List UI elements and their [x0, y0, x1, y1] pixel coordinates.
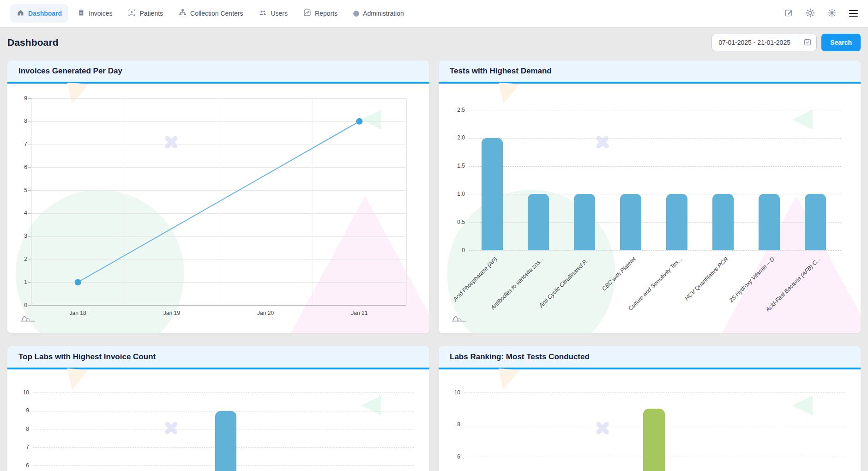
y-axis-label: 7 [11, 444, 29, 450]
bar [805, 194, 826, 250]
card-header: Top Labs with Highest Invoice Count [7, 346, 429, 369]
gridline [469, 250, 841, 251]
gridline [464, 392, 845, 393]
bar [215, 411, 236, 471]
calendar-button[interactable] [798, 34, 816, 51]
settings-button[interactable] [806, 8, 815, 19]
card-title: Tests with Highest Demand [450, 66, 552, 76]
x-axis-label: Jan 19 [163, 310, 180, 316]
gridline [33, 392, 414, 393]
y-axis-label: 6 [9, 164, 27, 170]
card-title: Labs Ranking: Most Tests Conducted [450, 352, 590, 362]
y-axis-label: 10 [11, 389, 29, 396]
card-invoices-per-day: Invoices Generated Per Day 0123456789Jan… [7, 60, 429, 333]
line-series [31, 98, 406, 305]
card-body: 00.51.01.52.02.5Acid Phosphatase (AP)Ant… [439, 84, 861, 332]
bar [528, 194, 549, 250]
theme-toggle-button[interactable] [827, 8, 837, 19]
y-axis-label: 1.5 [446, 163, 465, 169]
labs-ranking-bar-chart: 0246810 [439, 369, 861, 471]
x-axis-label: Anti Cyclic Citrullinated P... [538, 256, 591, 309]
nav-item-label: Administration [363, 10, 404, 17]
header-controls: Search [711, 34, 861, 51]
x-axis-label: CBC with Platelet [601, 256, 637, 292]
nav-item-reports[interactable]: Reports [297, 4, 344, 23]
nav-item-label: Users [271, 10, 288, 17]
card-header: Labs Ranking: Most Tests Conducted [439, 346, 861, 369]
x-axis-label: Antibodies to varicella zos... [489, 256, 544, 311]
bar [620, 194, 641, 250]
card-body: 012345678910 [7, 369, 429, 471]
y-axis-label: 2 [9, 256, 27, 262]
nav-item-label: Reports [315, 10, 338, 17]
gear-icon [806, 8, 815, 19]
home-icon [17, 9, 24, 18]
wave-watermark-icon [452, 314, 470, 325]
nav-item-patients[interactable]: Patients [121, 4, 169, 23]
y-axis-label: 4 [9, 210, 27, 216]
card-body: 0123456789Jan 18Jan 19Jan 20Jan 21 [7, 84, 429, 332]
card-body: 0246810 [439, 369, 861, 471]
navbar-actions [784, 8, 858, 19]
card-tests-highest-demand: Tests with Highest Demand 00.51.01.52.02… [439, 60, 861, 333]
gridline [469, 166, 841, 167]
card-header: Invoices Generated Per Day [7, 60, 429, 84]
gridline [469, 194, 841, 194]
y-axis-label: 8 [442, 421, 460, 428]
nav-item-administration[interactable]: Administration [347, 5, 410, 22]
y-axis-label: 0 [9, 302, 27, 308]
page-title: Dashboard [7, 37, 59, 48]
menu-button[interactable] [849, 10, 858, 17]
bar [643, 409, 665, 471]
x-axis-label: Jan 18 [70, 310, 86, 316]
patient-icon [128, 9, 136, 18]
x-axis-label: Culture and Sensitivity Tes... [627, 256, 683, 312]
bar [482, 138, 503, 250]
nav-item-collection-centers[interactable]: Collection Centers [172, 4, 249, 23]
edit-icon [784, 8, 793, 18]
compose-button[interactable] [784, 8, 793, 18]
y-axis-label: 8 [9, 118, 27, 124]
y-axis-label: 8 [11, 426, 29, 432]
card-title: Invoices Generated Per Day [18, 66, 122, 76]
card-labs-ranking-tests: Labs Ranking: Most Tests Conducted 02468… [439, 346, 861, 471]
y-axis-label: 3 [9, 233, 27, 239]
circle-icon [353, 11, 359, 17]
card-header: Tests with Highest Demand [439, 60, 861, 84]
y-axis-label: 10 [442, 389, 460, 396]
y-axis-label: 6 [11, 462, 29, 469]
tests-demand-bar-chart: 00.51.01.52.02.5Acid Phosphatase (AP)Ant… [439, 84, 861, 332]
gridline-vertical [406, 98, 407, 305]
x-axis-line [31, 305, 406, 306]
top-navbar: Dashboard Invoices Patients [0, 0, 868, 27]
y-axis-label: 5 [9, 187, 27, 193]
y-axis-label: 2.5 [446, 107, 465, 113]
x-axis-label: Acid Phosphatase (AP) [452, 256, 499, 302]
y-axis-label: 0.5 [446, 219, 465, 225]
date-range-group [711, 34, 817, 51]
y-axis-label: 1.0 [446, 191, 465, 197]
nav-item-invoices[interactable]: Invoices [71, 4, 119, 23]
nav-item-users[interactable]: Users [252, 4, 294, 23]
gridline [469, 138, 841, 139]
y-axis-label: 2.0 [446, 134, 465, 141]
calendar-icon [803, 38, 812, 48]
x-axis-label: 25-Hydroxy Vitamin – D [728, 256, 776, 303]
nav-item-dashboard[interactable]: Dashboard [10, 4, 68, 23]
top-labs-bar-chart: 012345678910 [7, 369, 429, 471]
x-axis-label: Acid-Fast Bacteria (AFB) C... [765, 256, 822, 313]
y-axis-label: 0 [446, 247, 465, 254]
search-button[interactable]: Search [821, 34, 861, 51]
data-point [356, 118, 362, 125]
x-axis-label: HCV Quantitative PCR [684, 256, 729, 302]
wave-watermark-icon [20, 314, 39, 325]
gridline [469, 222, 841, 223]
date-range-input[interactable] [712, 34, 798, 51]
bar [759, 194, 780, 250]
gridline [469, 110, 841, 110]
y-axis-label: 9 [11, 407, 29, 414]
dashboard-cards: Invoices Generated Per Day 0123456789Jan… [7, 60, 861, 471]
users-icon [259, 9, 267, 18]
bar [574, 194, 595, 250]
nav-item-label: Invoices [89, 10, 112, 17]
